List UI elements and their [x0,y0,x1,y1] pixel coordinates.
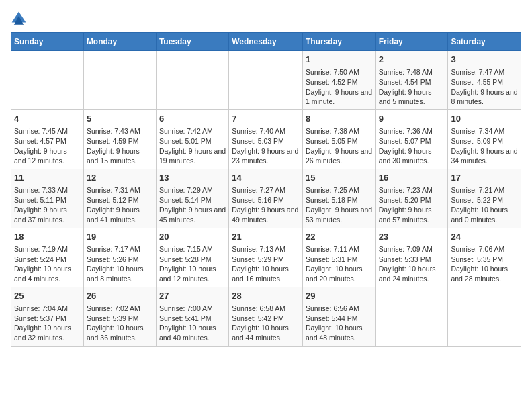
day-info: Daylight: 9 hours and 8 minutes. [451,87,518,107]
day-info: Sunset: 5:42 PM [232,314,300,324]
day-info: Daylight: 10 hours and 24 minutes. [379,264,445,283]
day-info: Daylight: 10 hours and 0 minutes. [451,205,518,224]
header-cell-sunday: Sunday [11,33,84,51]
day-info: Daylight: 10 hours and 12 minutes. [159,264,226,283]
day-info: Daylight: 10 hours and 20 minutes. [306,264,373,283]
day-info: Sunset: 4:57 PM [14,136,81,146]
day-info: Daylight: 9 hours and 23 minutes. [232,146,300,166]
day-number: 3 [451,54,518,66]
day-number: 19 [87,231,153,243]
day-info: Daylight: 10 hours and 48 minutes. [306,323,373,342]
day-info: Sunrise: 7:17 AM [87,244,153,255]
day-info: Sunrise: 7:09 AM [379,244,445,255]
calendar-cell: 14Sunrise: 7:27 AMSunset: 5:16 PMDayligh… [229,169,303,228]
day-info: Sunrise: 7:04 AM [14,304,81,314]
day-info: Sunrise: 7:21 AM [451,185,518,195]
day-info: Sunrise: 7:36 AM [379,126,445,136]
calendar-cell: 16Sunrise: 7:23 AMSunset: 5:20 PMDayligh… [375,169,448,228]
day-number: 11 [14,172,81,184]
calendar-cell [11,51,84,110]
day-number: 20 [159,231,226,243]
day-number: 18 [14,231,81,243]
day-info: Sunset: 5:37 PM [14,314,81,324]
day-info: Sunset: 5:24 PM [14,255,81,265]
calendar-cell: 23Sunrise: 7:09 AMSunset: 5:33 PMDayligh… [375,228,448,287]
calendar-cell [156,51,228,110]
day-number: 25 [14,290,81,302]
calendar-cell: 8Sunrise: 7:38 AMSunset: 5:05 PMDaylight… [302,109,375,169]
day-info: Sunset: 5:33 PM [379,255,445,265]
day-info: Sunrise: 7:50 AM [306,67,373,77]
day-info: Daylight: 10 hours and 16 minutes. [232,264,300,283]
day-info: Sunset: 5:35 PM [451,255,518,265]
day-info: Daylight: 9 hours and 26 minutes. [306,146,373,166]
day-info: Daylight: 9 hours and 5 minutes. [379,87,445,107]
day-info: Sunset: 5:31 PM [306,255,373,265]
calendar-cell: 22Sunrise: 7:11 AMSunset: 5:31 PMDayligh… [302,228,375,287]
calendar-week-row: 11Sunrise: 7:33 AMSunset: 5:11 PMDayligh… [11,169,521,228]
day-info: Sunset: 5:12 PM [87,195,153,205]
calendar-table: SundayMondayTuesdayWednesdayThursdayFrid… [11,32,521,347]
day-info: Sunrise: 7:45 AM [14,126,81,136]
day-info: Sunrise: 7:02 AM [87,304,153,314]
day-info: Sunrise: 7:19 AM [14,244,81,255]
day-info: Sunrise: 7:31 AM [87,185,153,195]
calendar-cell: 21Sunrise: 7:13 AMSunset: 5:29 PMDayligh… [229,228,303,287]
day-info: Sunset: 4:59 PM [87,136,153,146]
day-info: Daylight: 10 hours and 4 minutes. [14,264,81,283]
day-number: 17 [451,172,518,184]
calendar-cell: 29Sunrise: 6:56 AMSunset: 5:44 PMDayligh… [302,287,375,346]
day-info: Sunrise: 7:40 AM [232,126,300,136]
day-info: Sunrise: 6:58 AM [232,304,300,314]
day-number: 15 [306,172,373,184]
calendar-cell: 11Sunrise: 7:33 AMSunset: 5:11 PMDayligh… [11,169,84,228]
day-info: Sunset: 5:14 PM [159,195,226,205]
day-number: 29 [306,290,373,302]
day-number: 9 [379,113,445,125]
day-number: 1 [306,54,373,66]
day-number: 28 [232,290,300,302]
day-info: Sunrise: 7:42 AM [159,126,226,136]
day-info: Sunset: 4:55 PM [451,77,518,87]
day-info: Daylight: 9 hours and 37 minutes. [14,205,81,224]
day-info: Sunset: 5:39 PM [87,314,153,324]
day-number: 8 [306,113,373,125]
day-number: 27 [159,290,226,302]
calendar-cell [375,287,448,346]
day-number: 4 [14,113,81,125]
day-info: Daylight: 10 hours and 28 minutes. [451,264,518,283]
page-header [11,11,521,27]
day-number: 21 [232,231,300,243]
logo-icon [11,11,27,27]
calendar-cell: 12Sunrise: 7:31 AMSunset: 5:12 PMDayligh… [83,169,156,228]
day-number: 22 [306,231,373,243]
calendar-cell: 1Sunrise: 7:50 AMSunset: 4:52 PMDaylight… [302,51,375,110]
day-info: Daylight: 9 hours and 15 minutes. [87,146,153,166]
calendar-week-row: 18Sunrise: 7:19 AMSunset: 5:24 PMDayligh… [11,228,521,287]
day-info: Daylight: 9 hours and 12 minutes. [14,146,81,166]
day-info: Sunrise: 7:15 AM [159,244,226,255]
header-cell-monday: Monday [83,33,156,51]
calendar-cell: 10Sunrise: 7:34 AMSunset: 5:09 PMDayligh… [448,109,521,169]
calendar-cell: 28Sunrise: 6:58 AMSunset: 5:42 PMDayligh… [229,287,303,346]
day-info: Sunrise: 7:13 AM [232,244,300,255]
day-info: Sunrise: 7:34 AM [451,126,518,136]
day-info: Sunset: 5:26 PM [87,255,153,265]
day-info: Sunset: 5:41 PM [159,314,226,324]
day-info: Sunset: 5:07 PM [379,136,445,146]
calendar-cell: 25Sunrise: 7:04 AMSunset: 5:37 PMDayligh… [11,287,84,346]
calendar-cell: 18Sunrise: 7:19 AMSunset: 5:24 PMDayligh… [11,228,84,287]
day-info: Daylight: 10 hours and 32 minutes. [14,323,81,342]
day-info: Daylight: 10 hours and 8 minutes. [87,264,153,283]
calendar-cell: 2Sunrise: 7:48 AMSunset: 4:54 PMDaylight… [375,51,448,110]
calendar-cell: 27Sunrise: 7:00 AMSunset: 5:41 PMDayligh… [156,287,228,346]
day-info: Daylight: 9 hours and 30 minutes. [379,146,445,166]
day-info: Sunset: 5:18 PM [306,195,373,205]
calendar-cell: 15Sunrise: 7:25 AMSunset: 5:18 PMDayligh… [302,169,375,228]
day-info: Sunset: 4:52 PM [306,77,373,87]
day-info: Sunset: 5:09 PM [451,136,518,146]
calendar-cell: 3Sunrise: 7:47 AMSunset: 4:55 PMDaylight… [448,51,521,110]
calendar-week-row: 25Sunrise: 7:04 AMSunset: 5:37 PMDayligh… [11,287,521,346]
day-info: Daylight: 10 hours and 36 minutes. [87,323,153,342]
header-cell-friday: Friday [375,33,448,51]
